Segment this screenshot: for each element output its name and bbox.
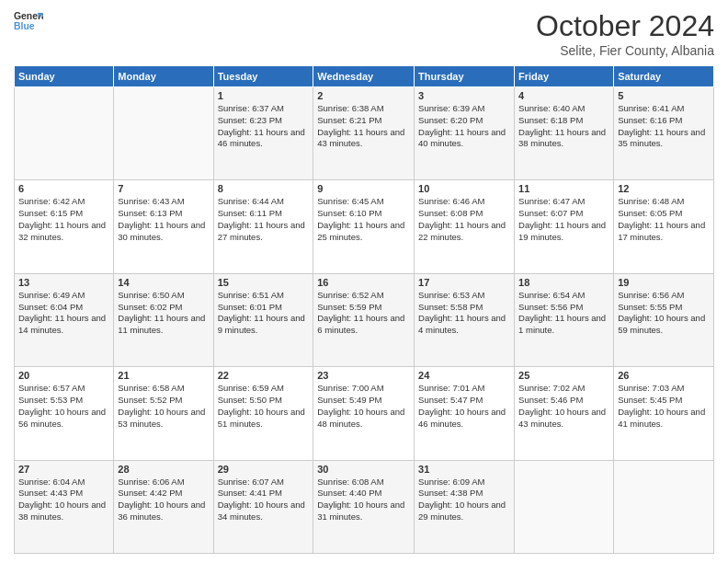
- day-info: Sunrise: 7:02 AM Sunset: 5:46 PM Dayligh…: [518, 383, 609, 430]
- calendar-cell: 20Sunrise: 6:57 AM Sunset: 5:53 PM Dayli…: [15, 367, 114, 460]
- day-info: Sunrise: 6:09 AM Sunset: 4:38 PM Dayligh…: [418, 477, 510, 523]
- day-header-saturday: Saturday: [614, 66, 714, 87]
- day-info: Sunrise: 6:51 AM Sunset: 6:01 PM Dayligh…: [218, 290, 310, 337]
- week-row-1: 1Sunrise: 6:37 AM Sunset: 6:23 PM Daylig…: [15, 87, 714, 180]
- calendar-cell: 10Sunrise: 6:46 AM Sunset: 6:08 PM Dayli…: [415, 180, 515, 273]
- header-row: SundayMondayTuesdayWednesdayThursdayFrid…: [15, 66, 714, 87]
- calendar-cell: 6Sunrise: 6:42 AM Sunset: 6:15 PM Daylig…: [15, 180, 114, 273]
- page: General Blue October 2024 Selite, Fier C…: [0, 0, 728, 563]
- day-number: 22: [218, 370, 310, 381]
- day-number: 13: [18, 277, 109, 288]
- day-info: Sunrise: 6:04 AM Sunset: 4:43 PM Dayligh…: [18, 477, 109, 523]
- day-info: Sunrise: 6:49 AM Sunset: 6:04 PM Dayligh…: [18, 290, 109, 337]
- day-info: Sunrise: 6:57 AM Sunset: 5:53 PM Dayligh…: [18, 383, 109, 430]
- day-info: Sunrise: 6:07 AM Sunset: 4:41 PM Dayligh…: [218, 477, 310, 523]
- day-number: 8: [218, 183, 310, 194]
- calendar-cell: 22Sunrise: 6:59 AM Sunset: 5:50 PM Dayli…: [213, 367, 313, 460]
- day-number: 1: [218, 90, 310, 101]
- day-info: Sunrise: 6:50 AM Sunset: 6:02 PM Dayligh…: [118, 290, 209, 337]
- calendar-cell: [15, 87, 114, 180]
- day-number: 27: [18, 464, 109, 475]
- calendar-cell: 25Sunrise: 7:02 AM Sunset: 5:46 PM Dayli…: [515, 367, 614, 460]
- day-info: Sunrise: 6:52 AM Sunset: 5:59 PM Dayligh…: [317, 290, 410, 337]
- calendar-cell: 29Sunrise: 6:07 AM Sunset: 4:41 PM Dayli…: [213, 460, 313, 553]
- day-info: Sunrise: 6:41 AM Sunset: 6:16 PM Dayligh…: [618, 103, 710, 150]
- calendar-cell: 13Sunrise: 6:49 AM Sunset: 6:04 PM Dayli…: [15, 273, 114, 366]
- day-info: Sunrise: 7:03 AM Sunset: 5:45 PM Dayligh…: [618, 383, 710, 430]
- calendar-cell: 12Sunrise: 6:48 AM Sunset: 6:05 PM Dayli…: [614, 180, 714, 273]
- day-info: Sunrise: 7:00 AM Sunset: 5:49 PM Dayligh…: [317, 383, 410, 430]
- calendar-cell: 2Sunrise: 6:38 AM Sunset: 6:21 PM Daylig…: [313, 87, 415, 180]
- day-info: Sunrise: 6:39 AM Sunset: 6:20 PM Dayligh…: [418, 103, 510, 150]
- day-number: 4: [518, 90, 609, 101]
- calendar-cell: 7Sunrise: 6:43 AM Sunset: 6:13 PM Daylig…: [114, 180, 213, 273]
- day-info: Sunrise: 6:06 AM Sunset: 4:42 PM Dayligh…: [118, 477, 209, 523]
- calendar-cell: 17Sunrise: 6:53 AM Sunset: 5:58 PM Dayli…: [415, 273, 515, 366]
- calendar-cell: 14Sunrise: 6:50 AM Sunset: 6:02 PM Dayli…: [114, 273, 213, 366]
- day-number: 19: [618, 277, 710, 288]
- calendar-cell: 3Sunrise: 6:39 AM Sunset: 6:20 PM Daylig…: [415, 87, 515, 180]
- day-header-thursday: Thursday: [415, 66, 515, 87]
- day-info: Sunrise: 6:54 AM Sunset: 5:56 PM Dayligh…: [518, 290, 609, 337]
- week-row-4: 20Sunrise: 6:57 AM Sunset: 5:53 PM Dayli…: [15, 367, 714, 460]
- calendar-body: 1Sunrise: 6:37 AM Sunset: 6:23 PM Daylig…: [15, 87, 714, 554]
- day-header-friday: Friday: [515, 66, 614, 87]
- day-number: 30: [317, 464, 410, 475]
- calendar-cell: [614, 460, 714, 553]
- calendar-cell: 19Sunrise: 6:56 AM Sunset: 5:55 PM Dayli…: [614, 273, 714, 366]
- day-info: Sunrise: 6:40 AM Sunset: 6:18 PM Dayligh…: [518, 103, 609, 150]
- svg-text:Blue: Blue: [14, 21, 35, 31]
- header: General Blue October 2024 Selite, Fier C…: [14, 9, 714, 58]
- day-info: Sunrise: 6:44 AM Sunset: 6:11 PM Dayligh…: [218, 196, 310, 243]
- day-number: 3: [418, 90, 510, 101]
- calendar-header: SundayMondayTuesdayWednesdayThursdayFrid…: [15, 66, 714, 87]
- day-info: Sunrise: 6:42 AM Sunset: 6:15 PM Dayligh…: [18, 196, 109, 243]
- day-info: Sunrise: 6:45 AM Sunset: 6:10 PM Dayligh…: [317, 196, 410, 243]
- day-number: 12: [618, 183, 710, 194]
- calendar-cell: 8Sunrise: 6:44 AM Sunset: 6:11 PM Daylig…: [213, 180, 313, 273]
- day-header-monday: Monday: [114, 66, 213, 87]
- calendar-cell: 27Sunrise: 6:04 AM Sunset: 4:43 PM Dayli…: [15, 460, 114, 553]
- calendar-cell: 15Sunrise: 6:51 AM Sunset: 6:01 PM Dayli…: [213, 273, 313, 366]
- calendar-cell: 5Sunrise: 6:41 AM Sunset: 6:16 PM Daylig…: [614, 87, 714, 180]
- day-header-sunday: Sunday: [15, 66, 114, 87]
- week-row-3: 13Sunrise: 6:49 AM Sunset: 6:04 PM Dayli…: [15, 273, 714, 366]
- day-number: 31: [418, 464, 510, 475]
- calendar-cell: [114, 87, 213, 180]
- day-number: 10: [418, 183, 510, 194]
- day-number: 23: [317, 370, 410, 381]
- week-row-2: 6Sunrise: 6:42 AM Sunset: 6:15 PM Daylig…: [15, 180, 714, 273]
- day-number: 2: [317, 90, 410, 101]
- calendar-cell: 1Sunrise: 6:37 AM Sunset: 6:23 PM Daylig…: [213, 87, 313, 180]
- day-info: Sunrise: 6:08 AM Sunset: 4:40 PM Dayligh…: [317, 477, 410, 523]
- location-subtitle: Selite, Fier County, Albania: [536, 43, 714, 58]
- day-number: 17: [418, 277, 510, 288]
- calendar-cell: 11Sunrise: 6:47 AM Sunset: 6:07 PM Dayli…: [515, 180, 614, 273]
- day-number: 28: [118, 464, 209, 475]
- calendar-cell: 18Sunrise: 6:54 AM Sunset: 5:56 PM Dayli…: [515, 273, 614, 366]
- day-number: 15: [218, 277, 310, 288]
- day-number: 16: [317, 277, 410, 288]
- day-number: 18: [518, 277, 609, 288]
- calendar-table: SundayMondayTuesdayWednesdayThursdayFrid…: [14, 65, 714, 554]
- day-info: Sunrise: 6:38 AM Sunset: 6:21 PM Dayligh…: [317, 103, 410, 150]
- calendar-cell: 26Sunrise: 7:03 AM Sunset: 5:45 PM Dayli…: [614, 367, 714, 460]
- day-number: 25: [518, 370, 609, 381]
- day-number: 11: [518, 183, 609, 194]
- day-info: Sunrise: 6:58 AM Sunset: 5:52 PM Dayligh…: [118, 383, 209, 430]
- day-number: 20: [18, 370, 109, 381]
- day-info: Sunrise: 6:48 AM Sunset: 6:05 PM Dayligh…: [618, 196, 710, 243]
- calendar-cell: 24Sunrise: 7:01 AM Sunset: 5:47 PM Dayli…: [415, 367, 515, 460]
- day-number: 26: [618, 370, 710, 381]
- svg-text:General: General: [14, 11, 43, 21]
- calendar-cell: 9Sunrise: 6:45 AM Sunset: 6:10 PM Daylig…: [313, 180, 415, 273]
- day-number: 9: [317, 183, 410, 194]
- day-number: 14: [118, 277, 209, 288]
- day-number: 7: [118, 183, 209, 194]
- day-header-wednesday: Wednesday: [313, 66, 415, 87]
- title-area: October 2024 Selite, Fier County, Albani…: [536, 9, 714, 58]
- day-number: 24: [418, 370, 510, 381]
- day-info: Sunrise: 6:56 AM Sunset: 5:55 PM Dayligh…: [618, 290, 710, 337]
- calendar-cell: 4Sunrise: 6:40 AM Sunset: 6:18 PM Daylig…: [515, 87, 614, 180]
- logo: General Blue: [14, 9, 43, 35]
